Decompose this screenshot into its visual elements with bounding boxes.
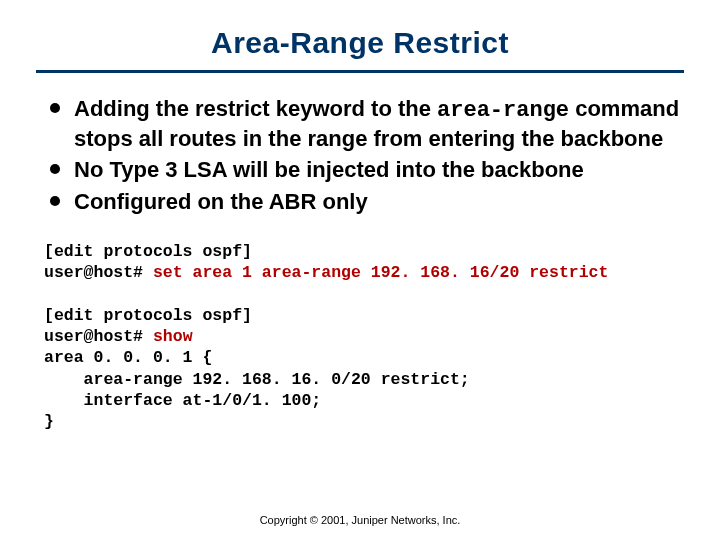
terminal-output-line: interface at-1/0/1. 100; [44, 391, 321, 410]
terminal-prompt: user@host# [44, 263, 153, 282]
bullet-item: Adding the restrict keyword to the area-… [48, 95, 680, 152]
terminal-input: show [153, 327, 193, 346]
bullet-item: No Type 3 LSA will be injected into the … [48, 156, 680, 184]
page-title: Area-Range Restrict [40, 26, 680, 60]
terminal-output-line: area-range 192. 168. 16. 0/20 restrict; [44, 370, 470, 389]
bullet-item: Configured on the ABR only [48, 188, 680, 216]
title-rule [36, 70, 684, 73]
bullet-text-pre: Configured on the ABR only [74, 189, 368, 214]
terminal-input: set area 1 area-range 192. 168. 16/20 re… [153, 263, 608, 282]
bullet-text-pre: Adding the restrict keyword to the [74, 96, 437, 121]
terminal-context: [edit protocols ospf] [44, 306, 252, 325]
bullet-list: Adding the restrict keyword to the area-… [48, 95, 680, 215]
bullet-text-pre: No Type 3 LSA will be injected into the … [74, 157, 584, 182]
terminal-prompt: user@host# [44, 327, 153, 346]
slide: Area-Range Restrict Adding the restrict … [0, 0, 720, 540]
terminal-block-1: [edit protocols ospf] user@host# set are… [44, 241, 680, 283]
terminal-context: [edit protocols ospf] [44, 242, 252, 261]
terminal-block-2: [edit protocols ospf] user@host# show ar… [44, 305, 680, 432]
bullet-code: area-range [437, 98, 569, 123]
terminal-output-line: } [44, 412, 54, 431]
copyright-footer: Copyright © 2001, Juniper Networks, Inc. [0, 514, 720, 526]
terminal-output-line: area 0. 0. 0. 1 { [44, 348, 212, 367]
